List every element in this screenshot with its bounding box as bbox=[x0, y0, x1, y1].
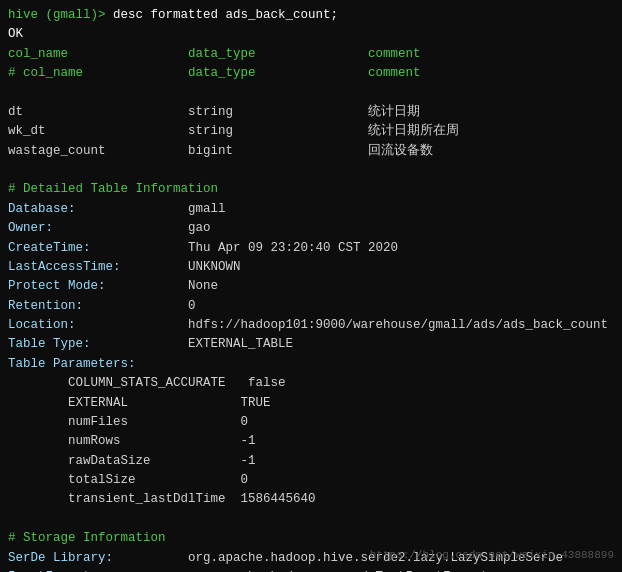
prompt-line: hive (gmall)> desc formatted ads_back_co… bbox=[8, 6, 614, 25]
tableparams-line: Table Parameters: bbox=[8, 355, 614, 374]
detailed-section: # Detailed Table Information bbox=[8, 180, 614, 199]
tabletype-line: Table Type: EXTERNAL_TABLE bbox=[8, 335, 614, 354]
storage-section: # Storage Information bbox=[8, 529, 614, 548]
retention-line: Retention: 0 bbox=[8, 297, 614, 316]
owner-line: Owner: gao bbox=[8, 219, 614, 238]
col-headers: col_name data_type comment bbox=[8, 45, 614, 64]
lastaccesstime-line: LastAccessTime: UNKNOWN bbox=[8, 258, 614, 277]
terminal: hive (gmall)> desc formatted ads_back_co… bbox=[8, 6, 614, 572]
param-transient: transient_lastDdlTime 1586445640 bbox=[8, 490, 614, 509]
empty3 bbox=[8, 510, 614, 529]
param-column-stats: COLUMN_STATS_ACCURATE false bbox=[8, 374, 614, 393]
location-line: Location: hdfs://hadoop101:9000/warehous… bbox=[8, 316, 614, 335]
param-totalsize: totalSize 0 bbox=[8, 471, 614, 490]
watermark: https://blog.csdn.net/weixin_43888899 bbox=[370, 547, 614, 564]
param-rawdatasize: rawDataSize -1 bbox=[8, 452, 614, 471]
row-wk_dt: wk_dt string 统计日期所在周 bbox=[8, 122, 614, 141]
protectmode-line: Protect Mode: None bbox=[8, 277, 614, 296]
inputformat-line: InputFormat: org.apache.hadoop.mapred.Te… bbox=[8, 568, 614, 572]
param-external: EXTERNAL TRUE bbox=[8, 394, 614, 413]
row-wastage_count: wastage_count bigint 回流设备数 bbox=[8, 142, 614, 161]
empty2 bbox=[8, 161, 614, 180]
row-dt: dt string 统计日期 bbox=[8, 103, 614, 122]
empty bbox=[8, 84, 614, 103]
col-header-row: # col_name data_type comment bbox=[8, 64, 614, 83]
createtime-line: CreateTime: Thu Apr 09 23:20:40 CST 2020 bbox=[8, 239, 614, 258]
database-line: Database: gmall bbox=[8, 200, 614, 219]
param-numrows: numRows -1 bbox=[8, 432, 614, 451]
param-numfiles: numFiles 0 bbox=[8, 413, 614, 432]
ok-line: OK bbox=[8, 25, 614, 44]
